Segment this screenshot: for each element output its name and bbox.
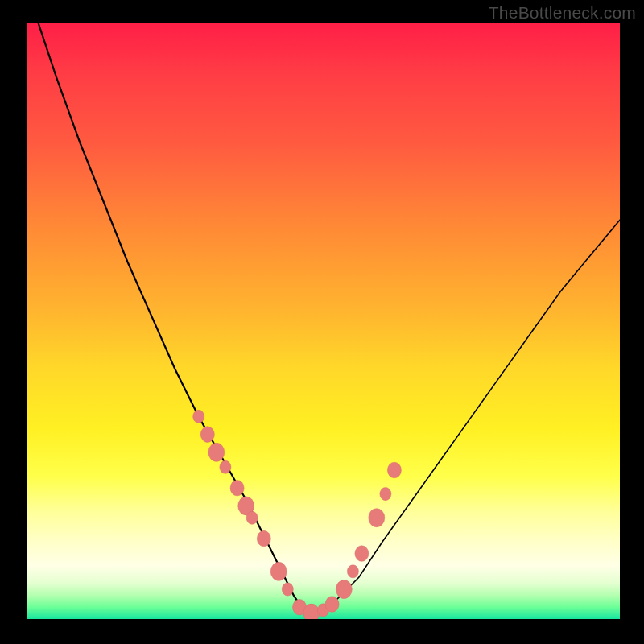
watermark-text: TheBottleneck.com	[489, 3, 636, 23]
curve-left-branch	[39, 23, 317, 613]
data-marker	[369, 509, 385, 527]
data-marker	[193, 410, 204, 423]
data-marker	[380, 488, 391, 501]
data-marker	[336, 580, 352, 599]
data-marker	[230, 480, 244, 496]
data-marker	[355, 546, 369, 562]
data-marker	[257, 530, 270, 547]
data-marker	[220, 460, 231, 473]
marker-group	[193, 410, 402, 619]
chart-overlay	[27, 23, 620, 619]
data-marker	[387, 462, 401, 478]
data-marker	[282, 583, 293, 596]
curve-right-branch	[305, 220, 620, 613]
data-marker	[347, 565, 358, 578]
data-marker	[208, 443, 225, 461]
outer-frame: TheBottleneck.com	[0, 0, 644, 644]
data-marker	[246, 511, 258, 524]
data-marker	[200, 427, 214, 443]
data-marker	[270, 562, 287, 580]
data-marker	[325, 597, 339, 613]
